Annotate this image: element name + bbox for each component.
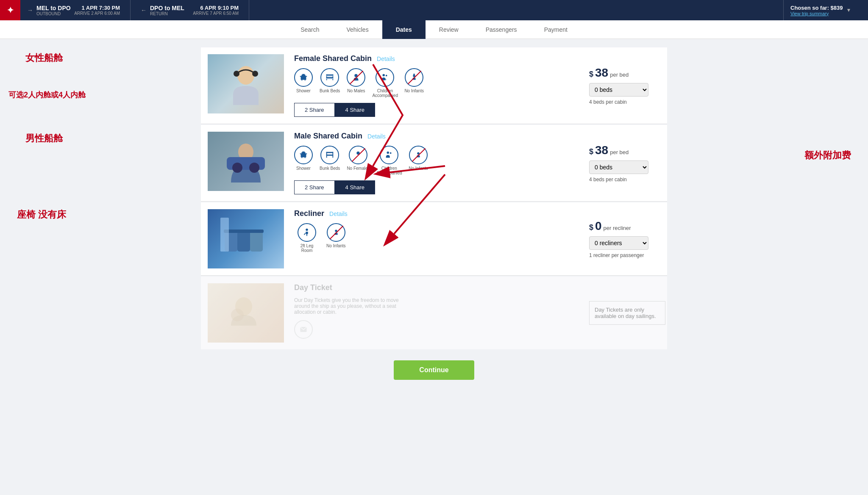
no-infants-icon <box>405 68 423 87</box>
male-no-infants-label: No Infants <box>409 166 428 171</box>
male-children-icon <box>380 146 398 164</box>
continue-section: Continue <box>201 350 667 397</box>
recliner-details-link[interactable]: Details <box>329 210 348 217</box>
female-price-amount: 38 <box>595 66 608 80</box>
svg-point-10 <box>383 74 385 77</box>
male-share-buttons: 2 Share 4 Share <box>294 180 579 194</box>
day-ticket-card: Day Ticket Our Day Tickets give you the … <box>201 277 667 349</box>
recliner-price-dollar: $ <box>589 223 593 232</box>
male-bunk-label: Bunk Beds <box>320 166 340 171</box>
male-children-icon-item: Children Accompanied <box>376 146 402 175</box>
male-bunk-icon-item: Bunk Beds <box>320 146 340 175</box>
svg-rect-4 <box>326 77 334 78</box>
continue-button[interactable]: Continue <box>394 360 474 380</box>
male-children-label: Children Accompanied <box>376 166 402 175</box>
chosen-label: Chosen so far: $839 <box>790 5 843 11</box>
tab-review[interactable]: Review <box>426 20 472 39</box>
day-ticket-details: Day Ticket Our Day Tickets give you the … <box>291 277 582 349</box>
female-share-buttons: 2 Share 4 Share <box>294 103 579 117</box>
tab-payment[interactable]: Payment <box>531 20 581 39</box>
female-2share-btn[interactable]: 2 Share <box>294 103 335 117</box>
svg-point-13 <box>413 74 415 75</box>
return-arrow: ← <box>141 7 147 14</box>
legroom-icon <box>298 223 316 242</box>
male-4share-btn[interactable]: 4 Share <box>335 180 376 194</box>
female-cabin-pricing: $ 38 per bed 0 beds 1 bed 2 beds 3 beds … <box>582 47 667 124</box>
day-ticket-pricing: Day Tickets are only available on day sa… <box>582 277 667 349</box>
male-no-infants-icon <box>409 146 428 164</box>
day-ticket-title: Day Ticket <box>294 283 332 292</box>
annotation-female: 女性船舱 <box>25 52 63 64</box>
female-cabin-details-link[interactable]: Details <box>377 55 395 62</box>
legroom-icon-item: 2ft Leg Room <box>294 223 320 253</box>
svg-rect-28 <box>250 230 263 252</box>
svg-rect-27 <box>237 230 250 252</box>
svg-rect-19 <box>326 155 334 156</box>
outbound-departure: 1 APR 7:30 PM <box>81 5 120 11</box>
nav-tabs: Search Vehicles Dates Review Passengers … <box>0 20 868 39</box>
logo: ✦ <box>0 0 20 20</box>
annotation-seat: 座椅 没有床 <box>17 208 66 221</box>
svg-point-16 <box>232 163 242 173</box>
svg-point-17 <box>249 163 259 173</box>
recliner-details: Recliner Details 2ft Leg Room <box>291 202 582 275</box>
tab-dates[interactable]: Dates <box>382 20 426 39</box>
svg-rect-21 <box>333 152 334 158</box>
logo-icon: ✦ <box>7 5 14 15</box>
expand-icon[interactable]: ▼ <box>846 7 851 13</box>
male-shower-label: Shower <box>296 166 311 171</box>
no-females-icon-item: No Females <box>347 146 370 175</box>
svg-rect-31 <box>249 230 264 233</box>
male-price-amount: 38 <box>595 144 608 157</box>
male-cabin-details: Male Shared Cabin Details Shower <box>291 125 582 201</box>
recliner-price-amount: 0 <box>595 219 602 233</box>
main-content: Female Shared Cabin Details Shower <box>201 39 667 405</box>
chosen-section: Chosen so far: $839 View trip summary ▼ <box>783 0 868 20</box>
svg-point-0 <box>237 66 254 85</box>
recliner-icons: 2ft Leg Room No Infants <box>294 223 579 253</box>
recliner-image <box>208 209 284 268</box>
recliner-select[interactable]: 0 recliners 1 recliner 2 recliners <box>589 236 648 250</box>
male-beds-select[interactable]: 0 beds 1 bed 2 beds 3 beds 4 beds <box>589 160 648 174</box>
recliner-no-infants-icon-item: No Infants <box>326 223 346 253</box>
female-beds-select[interactable]: 0 beds 1 bed 2 beds 3 beds 4 beds <box>589 83 648 97</box>
tab-vehicles[interactable]: Vehicles <box>333 20 382 39</box>
annotation-extra-fee: 额外附加费 <box>804 149 851 162</box>
male-2share-btn[interactable]: 2 Share <box>294 180 335 194</box>
recliner-no-infants-label: No Infants <box>326 243 346 248</box>
female-cabin-icons: Shower <box>294 68 579 98</box>
outbound-route-name: MEL to DPO <box>36 5 71 11</box>
male-cabin-pricing: $ 38 per bed 0 beds 1 bed 2 beds 3 beds … <box>582 125 667 201</box>
outbound-direction: OUTBOUND <box>36 11 71 16</box>
svg-rect-3 <box>326 75 334 76</box>
male-cabin-details-link[interactable]: Details <box>367 133 386 140</box>
no-infants-label: No Infants <box>404 88 424 93</box>
tab-passengers[interactable]: Passengers <box>472 20 531 39</box>
day-ticket-notice: Day Tickets are only available on day sa… <box>589 301 665 325</box>
male-cabin-card: Male Shared Cabin Details Shower <box>201 125 667 202</box>
male-price-unit: per bed <box>610 149 629 155</box>
svg-rect-30 <box>236 230 251 233</box>
day-ticket-image <box>208 283 284 343</box>
no-females-label: No Females <box>347 166 370 171</box>
shower-label: Shower <box>296 88 311 93</box>
female-cabin-card: Female Shared Cabin Details Shower <box>201 47 667 124</box>
svg-rect-18 <box>326 152 334 153</box>
svg-point-33 <box>306 229 308 231</box>
svg-rect-8 <box>326 78 334 79</box>
outbound-arrival: ARRIVE 2 APR 6:00 AM <box>74 11 120 16</box>
svg-point-25 <box>417 152 420 155</box>
bunk-label: Bunk Beds <box>320 88 340 93</box>
no-infants-icon-item: No Infants <box>404 68 424 98</box>
female-cabin-details: Female Shared Cabin Details Shower <box>291 47 582 124</box>
svg-rect-32 <box>220 218 229 252</box>
bunk-icon-item: Bunk Beds <box>320 68 340 98</box>
tab-search[interactable]: Search <box>287 20 333 39</box>
male-no-infants-icon-item: No Infants <box>409 146 428 175</box>
return-arrival: ARRIVE 7 APR 6:50 AM <box>193 11 239 16</box>
return-route-name: DPO to MEL <box>150 5 184 11</box>
female-4share-btn[interactable]: 4 Share <box>335 103 376 117</box>
no-females-icon <box>349 146 367 164</box>
children-icon <box>376 68 394 87</box>
view-trip-summary[interactable]: View trip summary <box>790 11 843 16</box>
